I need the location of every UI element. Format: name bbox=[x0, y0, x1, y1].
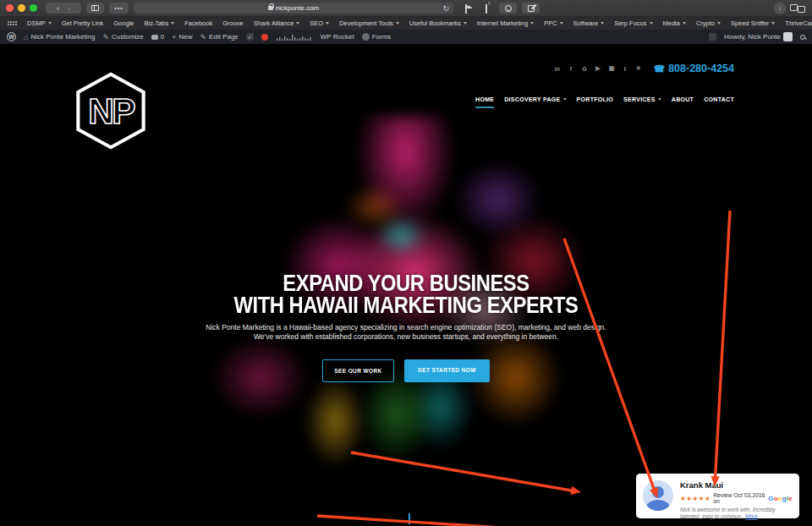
back-button[interactable]: ‹ bbox=[57, 4, 59, 13]
star-rating: ★★★★★ bbox=[680, 495, 710, 502]
nav-item[interactable]: CONTACT bbox=[704, 96, 734, 107]
bookmark-item[interactable]: Internet Marketing bbox=[477, 19, 534, 27]
home-button[interactable] bbox=[458, 4, 474, 13]
bookmark-item[interactable]: Google bbox=[113, 19, 134, 27]
brush-icon: ✎ bbox=[102, 33, 109, 41]
window-controls bbox=[6, 4, 37, 12]
forward-button[interactable]: › bbox=[68, 4, 70, 13]
close-window-button[interactable] bbox=[6, 4, 14, 12]
frequently-visited-grid-icon[interactable] bbox=[8, 21, 17, 25]
nav-item[interactable]: SERVICES bbox=[623, 96, 661, 107]
tab-overview-button[interactable] bbox=[791, 4, 806, 13]
bookmark-item[interactable]: Facebook bbox=[184, 19, 212, 27]
stats-sparkline-icon[interactable] bbox=[276, 33, 313, 41]
see-our-work-button[interactable]: SEE OUR WORK bbox=[322, 359, 393, 382]
phone-link[interactable]: ☎808-280-4254 bbox=[653, 63, 734, 74]
yelp-icon[interactable]: ✳ bbox=[634, 65, 642, 72]
edit-page-button[interactable]: ✎ Edit Page bbox=[200, 33, 239, 41]
reload-icon[interactable]: ↻ bbox=[442, 4, 449, 13]
chevron-down-icon bbox=[560, 22, 563, 25]
plugin-icon[interactable]: ✓ bbox=[246, 33, 254, 41]
chevron-down-icon bbox=[396, 22, 399, 25]
comment-bubble-icon bbox=[151, 35, 158, 40]
main-navigation: HOME DISCOVERY PAGE PORTFOLIO SERVICES A… bbox=[475, 96, 734, 108]
reviewer-avatar bbox=[643, 480, 673, 511]
bookmark-item[interactable]: ThriveCart bbox=[785, 19, 812, 27]
hero-subtitle: Nick Ponte Marketing is a Hawaii-based a… bbox=[0, 323, 812, 342]
home-icon bbox=[465, 4, 467, 14]
pencil-icon: ✎ bbox=[200, 33, 207, 41]
url-text: nickponte.com bbox=[276, 4, 320, 12]
linkedin-icon[interactable]: in bbox=[553, 66, 561, 72]
pocket-button[interactable] bbox=[499, 3, 517, 14]
admin-site-name[interactable]: ⌂ Nick Ponte Marketing bbox=[24, 33, 95, 41]
downloads-button[interactable]: ↓ bbox=[774, 3, 786, 14]
review-more-link[interactable]: More bbox=[745, 513, 757, 519]
address-bar[interactable]: nickponte.com ↻ bbox=[134, 3, 453, 14]
forms-icon bbox=[362, 33, 370, 41]
bookmark-item[interactable]: Speed Sniffer bbox=[731, 19, 775, 27]
webpage: NP in f G ▶ ▣ t ✳ ☎808-280-4254 HOME DIS… bbox=[0, 44, 812, 526]
tab-overflow-button[interactable]: ••• bbox=[109, 3, 129, 14]
bookmark-item[interactable]: Media bbox=[663, 19, 686, 27]
search-icon[interactable] bbox=[800, 35, 805, 40]
chevron-down-icon bbox=[530, 22, 534, 25]
wp-rocket-button[interactable]: WP Rocket bbox=[321, 33, 354, 41]
np-logo[interactable]: NP bbox=[72, 72, 150, 150]
chevron-down-icon bbox=[771, 22, 775, 25]
pocket-icon bbox=[505, 5, 512, 12]
wordpress-logo-icon[interactable]: W bbox=[7, 32, 16, 41]
compose-icon bbox=[528, 5, 535, 12]
share-icon bbox=[486, 4, 487, 14]
facebook-icon[interactable]: f bbox=[567, 66, 574, 72]
nav-item[interactable]: DISCOVERY PAGE bbox=[504, 96, 566, 107]
customize-button[interactable]: ✎ Customize bbox=[102, 33, 143, 41]
review-date: Review Oct 03,2016 on bbox=[713, 492, 765, 504]
comments-button[interactable]: 0 bbox=[151, 33, 164, 41]
chevron-down-icon bbox=[658, 98, 661, 101]
chevron-down-icon bbox=[171, 22, 174, 25]
bookmark-item[interactable]: Development Tools bbox=[339, 19, 399, 27]
forms-button[interactable]: Forms bbox=[362, 33, 392, 41]
zoom-window-button[interactable] bbox=[30, 4, 37, 12]
reviewer-name: Krank Maui bbox=[680, 480, 793, 490]
minimize-window-button[interactable] bbox=[18, 4, 25, 12]
nav-item[interactable]: PORTFOLIO bbox=[577, 96, 614, 107]
bookmark-item[interactable]: Useful Bookmarks bbox=[409, 19, 467, 27]
bookmark-item[interactable]: Groove bbox=[222, 19, 244, 27]
avatar bbox=[783, 32, 793, 41]
compose-button[interactable] bbox=[522, 3, 540, 14]
nav-item[interactable]: ABOUT bbox=[672, 96, 694, 107]
bookmark-item[interactable]: Serp Focus bbox=[614, 19, 652, 27]
scroll-indicator bbox=[409, 513, 410, 524]
lock-icon bbox=[268, 6, 273, 10]
instagram-icon[interactable]: ▣ bbox=[607, 65, 615, 72]
bookmark-item[interactable]: PPC bbox=[544, 19, 562, 27]
hero-title: EXPAND YOUR BUSINESS WITH HAWAII MARKETI… bbox=[49, 272, 764, 316]
screen-options-icon[interactable] bbox=[709, 33, 716, 41]
bookmark-item[interactable]: DSMP bbox=[27, 19, 52, 27]
chevron-down-icon bbox=[48, 22, 52, 25]
recording-indicator-icon[interactable] bbox=[261, 34, 268, 41]
get-started-button[interactable]: GET STARTED NOW bbox=[404, 359, 490, 382]
bookmark-item[interactable]: Software bbox=[573, 19, 605, 27]
bookmark-item[interactable]: Crypto bbox=[696, 19, 721, 27]
bookmark-item[interactable]: Biz-Tabs bbox=[144, 19, 174, 27]
phone-icon: ☎ bbox=[653, 63, 665, 74]
nav-item[interactable]: HOME bbox=[475, 96, 494, 108]
google-review-popup[interactable]: Krank Maui ★★★★★ Review Oct 03,2016 on G… bbox=[636, 474, 799, 518]
bookmark-item[interactable]: SEO bbox=[310, 19, 329, 27]
chevron-down-icon bbox=[326, 22, 329, 25]
phone-number: 808-280-4254 bbox=[668, 63, 734, 74]
youtube-icon[interactable]: ▶ bbox=[594, 65, 601, 72]
share-button[interactable] bbox=[479, 4, 494, 13]
bookmark-item[interactable]: Get Pretty Link bbox=[62, 19, 104, 27]
hero-section: EXPAND YOUR BUSINESS WITH HAWAII MARKETI… bbox=[0, 272, 812, 382]
chevron-down-icon bbox=[650, 22, 653, 25]
new-content-button[interactable]: + New bbox=[172, 33, 192, 41]
twitter-icon[interactable]: t bbox=[621, 66, 628, 72]
google-icon[interactable]: G bbox=[580, 66, 588, 72]
account-menu[interactable]: Howdy, Nick Ponte bbox=[724, 32, 793, 41]
sidebar-button[interactable] bbox=[86, 3, 104, 14]
bookmark-item[interactable]: Shark Alliance bbox=[254, 19, 300, 27]
